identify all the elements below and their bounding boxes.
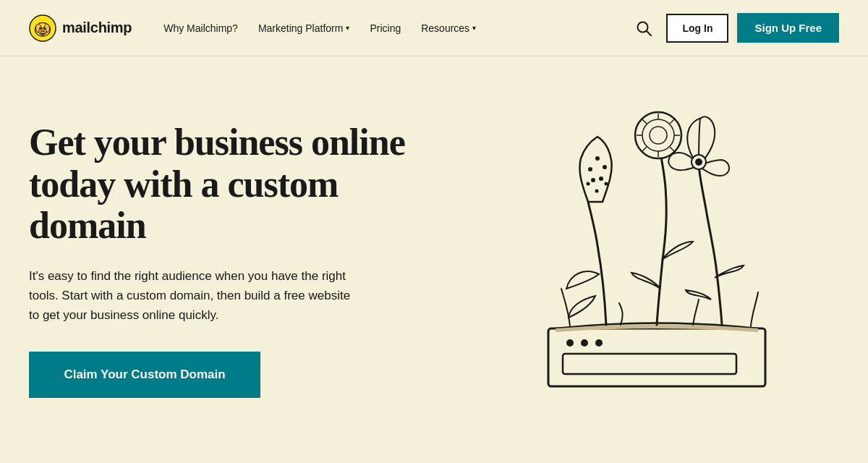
svg-point-20 xyxy=(595,156,600,161)
navigation: mailchimp Why Mailchimp? Marketing Platf… xyxy=(0,0,868,56)
mailchimp-logo-icon xyxy=(29,14,56,42)
svg-point-21 xyxy=(603,165,607,169)
svg-point-25 xyxy=(587,182,590,186)
nav-resources[interactable]: Resources ▾ xyxy=(412,17,485,40)
hero-illustration xyxy=(475,108,839,412)
chevron-down-icon: ▾ xyxy=(346,24,349,32)
svg-point-9 xyxy=(41,30,46,33)
logo-text: mailchimp xyxy=(62,20,132,36)
chevron-down-icon: ▾ xyxy=(472,24,476,32)
cta-button[interactable]: Claim Your Custom Domain xyxy=(29,352,260,398)
svg-point-26 xyxy=(605,182,608,186)
nav-why-mailchimp[interactable]: Why Mailchimp? xyxy=(155,17,247,40)
svg-point-16 xyxy=(581,339,588,347)
svg-point-11 xyxy=(43,30,44,31)
svg-point-39 xyxy=(695,158,702,166)
hero-description: It's easy to find the right audience whe… xyxy=(29,266,362,326)
svg-point-7 xyxy=(41,27,41,27)
search-icon xyxy=(636,20,652,36)
search-button[interactable] xyxy=(630,14,658,42)
svg-line-13 xyxy=(647,31,651,35)
login-button[interactable]: Log In xyxy=(666,14,728,43)
flowers-illustration xyxy=(505,108,809,412)
svg-point-17 xyxy=(595,339,603,347)
svg-point-22 xyxy=(591,178,595,182)
svg-point-23 xyxy=(599,177,603,181)
svg-rect-14 xyxy=(548,328,765,386)
logo-link[interactable]: mailchimp xyxy=(29,14,132,42)
svg-point-19 xyxy=(588,167,592,171)
signup-button[interactable]: Sign Up Free xyxy=(737,13,839,43)
nav-links: Why Mailchimp? Marketing Platform ▾ Pric… xyxy=(155,17,630,40)
hero-title: Get your business online today with a cu… xyxy=(29,122,446,246)
svg-point-10 xyxy=(41,30,43,31)
nav-marketing-platform[interactable]: Marketing Platform ▾ xyxy=(250,17,358,40)
hero-section: Get your business online today with a cu… xyxy=(0,56,868,463)
svg-point-8 xyxy=(45,27,46,27)
nav-pricing[interactable]: Pricing xyxy=(361,17,409,40)
svg-point-15 xyxy=(566,339,574,347)
svg-point-24 xyxy=(595,190,599,193)
svg-point-6 xyxy=(43,27,46,30)
nav-actions: Log In Sign Up Free xyxy=(630,13,839,43)
svg-point-5 xyxy=(39,27,42,30)
hero-content: Get your business online today with a cu… xyxy=(29,122,475,397)
